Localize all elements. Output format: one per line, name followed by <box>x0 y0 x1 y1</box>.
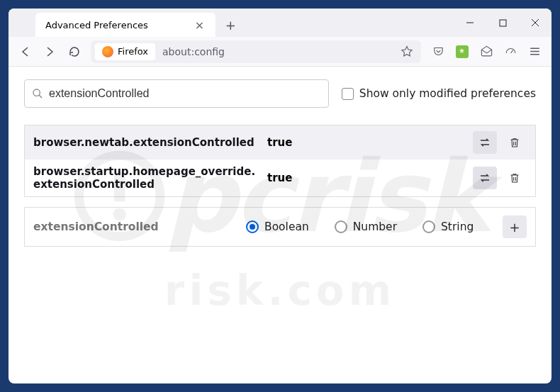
checkbox-icon <box>342 88 354 100</box>
pref-row: browser.newtab.extensionControlled true <box>25 125 535 159</box>
identity-label: Firefox <box>118 46 148 57</box>
url-text: about:config <box>159 46 225 57</box>
bookmark-star-icon[interactable] <box>397 45 417 58</box>
pref-actions <box>473 131 527 154</box>
pref-name: browser.newtab.extensionControlled <box>33 136 267 149</box>
trash-icon <box>509 136 520 149</box>
window-controls <box>454 9 551 37</box>
url-bar[interactable]: Firefox about:config <box>91 40 421 63</box>
radio-string[interactable]: String <box>422 220 474 233</box>
toggle-icon <box>478 137 491 148</box>
radio-label: Boolean <box>264 220 309 233</box>
show-modified-label: Show only modified preferences <box>359 87 536 100</box>
inbox-icon[interactable] <box>475 40 498 63</box>
radio-number[interactable]: Number <box>335 220 397 233</box>
new-pref-row: extensionControlled Boolean Number Strin… <box>24 207 536 247</box>
radio-label: Number <box>353 220 397 233</box>
type-radio-group: Boolean Number String <box>246 220 503 233</box>
close-tab-icon[interactable]: × <box>191 18 208 32</box>
extension-icon[interactable] <box>451 40 474 63</box>
about-config-content: Show only modified preferences browser.n… <box>9 67 551 383</box>
search-input[interactable] <box>49 87 321 100</box>
pref-actions <box>473 167 527 189</box>
pref-value: true <box>267 172 473 184</box>
svg-line-8 <box>39 95 42 98</box>
delete-button[interactable] <box>503 167 527 189</box>
svg-point-7 <box>33 89 40 96</box>
add-pref-button[interactable]: + <box>503 215 527 238</box>
close-window-button[interactable] <box>519 9 551 37</box>
toggle-button[interactable] <box>473 131 497 154</box>
pocket-icon[interactable] <box>427 40 449 63</box>
identity-box[interactable]: Firefox <box>95 43 155 60</box>
forward-button[interactable] <box>38 40 61 63</box>
new-tab-button[interactable]: + <box>220 14 241 35</box>
speed-icon[interactable] <box>499 40 522 63</box>
search-box[interactable] <box>24 79 329 108</box>
search-row: Show only modified preferences <box>24 79 536 108</box>
trash-icon <box>509 172 520 184</box>
maximize-button[interactable] <box>486 9 519 37</box>
tab-title: Advanced Preferences <box>45 20 148 30</box>
navigation-toolbar: Firefox about:config <box>9 37 551 67</box>
firefox-icon <box>102 46 113 57</box>
toggle-button[interactable] <box>473 167 497 189</box>
active-tab[interactable]: Advanced Preferences × <box>35 13 215 37</box>
search-icon <box>32 88 43 99</box>
svg-rect-1 <box>500 20 506 26</box>
browser-window: Advanced Preferences × + <box>9 9 551 383</box>
titlebar: Advanced Preferences × + <box>9 9 551 37</box>
new-pref-name: extensionControlled <box>33 220 246 233</box>
minimize-button[interactable] <box>454 9 486 37</box>
pref-row: browser.startup.homepage_override.extens… <box>25 159 535 196</box>
radio-boolean[interactable]: Boolean <box>246 220 309 233</box>
radio-icon <box>246 220 259 233</box>
preferences-table: browser.newtab.extensionControlled true … <box>24 125 536 197</box>
pref-value: true <box>267 136 473 149</box>
menu-icon[interactable] <box>523 40 546 63</box>
radio-icon <box>335 220 347 233</box>
pref-name: browser.startup.homepage_override.extens… <box>33 165 267 191</box>
radio-icon <box>422 220 435 233</box>
toggle-icon <box>478 172 491 184</box>
back-button[interactable] <box>14 40 37 63</box>
show-modified-checkbox[interactable]: Show only modified preferences <box>342 87 536 100</box>
delete-button[interactable] <box>503 131 527 154</box>
radio-label: String <box>441 220 474 233</box>
reload-button[interactable] <box>62 40 85 63</box>
